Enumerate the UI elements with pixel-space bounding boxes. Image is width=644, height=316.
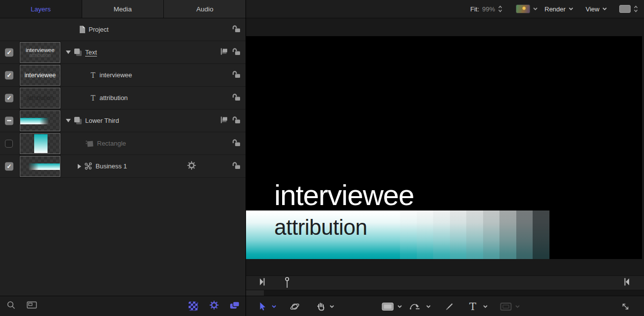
- canvas-toolbar-bottom: [246, 296, 644, 316]
- layer-thumbnail: attribution: [20, 88, 60, 108]
- thumb-text: attribution: [20, 88, 60, 108]
- canvas[interactable]: interviewee attribution: [246, 36, 642, 259]
- lock-open-icon[interactable]: [231, 115, 241, 126]
- gear-icon[interactable]: [187, 161, 196, 172]
- expand-resize-icon[interactable]: [621, 302, 630, 311]
- chevron-down-icon: [533, 7, 538, 10]
- layer-label: attribution: [99, 94, 128, 102]
- activation-checkbox[interactable]: [5, 162, 13, 170]
- mini-timeline[interactable]: [246, 275, 644, 290]
- timeline-zoom-handle[interactable]: [246, 290, 264, 296]
- canvas-attribution-text[interactable]: attribution: [274, 216, 367, 239]
- layer-label: Lower Third: [85, 117, 119, 124]
- canvas-headline-text[interactable]: interviewee: [274, 181, 414, 210]
- view-label: View: [586, 5, 599, 13]
- activation-checkbox[interactable]: [5, 71, 13, 79]
- layout-stepper-control[interactable]: [619, 0, 638, 18]
- shape-icon: [85, 139, 94, 148]
- lock-open-icon[interactable]: [231, 24, 241, 35]
- render-menu[interactable]: Render: [545, 0, 573, 18]
- color-channel-swatch-icon: [516, 4, 530, 13]
- thumb-text-line1: interviewee: [26, 47, 54, 53]
- play-range-out-marker[interactable]: [624, 277, 629, 288]
- pan-hand-tool[interactable]: [315, 301, 326, 312]
- transparency-checker-toggle[interactable]: [189, 302, 198, 311]
- lock-open-icon[interactable]: [231, 70, 241, 80]
- layer-thumbnail: [20, 156, 60, 177]
- tab-layers[interactable]: Layers: [0, 0, 82, 18]
- layers-panel: Layers Media Audio Project: [0, 0, 246, 316]
- bezier-pen-tool[interactable]: [409, 302, 421, 312]
- mask-tool-chevron-disabled: [515, 305, 520, 308]
- layer-label: Project: [89, 26, 108, 33]
- bezier-tool-chevron[interactable]: [426, 305, 431, 308]
- motion-window: Layers Media Audio Project: [0, 0, 644, 316]
- text-tool[interactable]: [469, 301, 476, 312]
- timeline-footer-strip: [246, 290, 644, 296]
- channels-menu[interactable]: [516, 0, 538, 18]
- group-icon: [74, 116, 82, 125]
- select-tool-chevron[interactable]: [272, 305, 276, 308]
- activation-checkbox[interactable]: [5, 94, 13, 102]
- layers-list: Project interviewee attribution: [0, 18, 246, 178]
- layer-thumbnail: [20, 110, 60, 131]
- canvas-toolbar: Fit: 99% Render View: [246, 0, 644, 18]
- activation-checkbox[interactable]: [5, 140, 13, 148]
- layer-row-lower-third[interactable]: Lower Third: [0, 109, 246, 132]
- view-menu[interactable]: View: [586, 0, 607, 18]
- layer-label: Business 1: [96, 162, 127, 170]
- disclosure-triangle[interactable]: [66, 119, 71, 122]
- lock-open-icon[interactable]: [231, 93, 241, 103]
- render-label: Render: [545, 5, 566, 13]
- settings-gear-icon[interactable]: [209, 301, 219, 312]
- replicator-icon: [84, 162, 93, 170]
- lower-third-banner[interactable]: attribution: [246, 211, 549, 259]
- stepper-icon[interactable]: [498, 5, 502, 13]
- panel-tabbar: Layers Media Audio: [0, 0, 246, 18]
- lock-open-icon[interactable]: [231, 47, 241, 57]
- search-icon[interactable]: [6, 301, 16, 312]
- group-icon: [74, 48, 82, 56]
- activation-checkbox[interactable]: [5, 116, 13, 125]
- layer-row-project[interactable]: Project: [0, 18, 246, 41]
- preview-column-icon[interactable]: [27, 301, 37, 312]
- layers-panel-footer: [0, 296, 246, 316]
- disclosure-triangle[interactable]: [66, 51, 71, 54]
- rectangle-tool-chevron[interactable]: [397, 305, 402, 308]
- pan-tool-chevron[interactable]: [330, 305, 334, 308]
- lock-open-icon[interactable]: [231, 138, 241, 149]
- select-tool[interactable]: [258, 302, 267, 311]
- layer-row-attribution[interactable]: attribution attribution: [0, 87, 246, 109]
- layer-row-rectangle[interactable]: Rectangle: [0, 132, 246, 155]
- rectangle-tool[interactable]: [382, 302, 394, 311]
- disclosure-triangle[interactable]: [78, 164, 81, 169]
- lock-open-icon[interactable]: [231, 161, 241, 171]
- banner-fade-stripes: [400, 211, 549, 259]
- paint-stroke-tool[interactable]: [444, 302, 454, 312]
- zoom-fit-control[interactable]: Fit: 99%: [470, 0, 502, 18]
- tab-audio[interactable]: Audio: [164, 0, 246, 18]
- layer-label: Rectangle: [97, 140, 126, 147]
- document-icon: [78, 25, 86, 34]
- thumb-text-line2: attribution: [29, 53, 51, 58]
- layer-row-business1[interactable]: Business 1: [0, 155, 246, 178]
- thumb-text: interviewee: [20, 65, 60, 85]
- group-badge-icon: [220, 115, 228, 126]
- layer-label: Text: [85, 49, 97, 56]
- text-layer-icon: [90, 71, 97, 79]
- mask-tool-disabled: [500, 302, 512, 311]
- chevron-down-icon: [602, 7, 607, 10]
- layer-row-interviewee[interactable]: interviewee interviewee: [0, 64, 246, 87]
- fit-value: 99%: [482, 5, 495, 13]
- playhead[interactable]: [285, 276, 290, 291]
- layer-thumbnail: [20, 133, 60, 154]
- layer-thumbnail: interviewee: [20, 65, 60, 86]
- layers-view-toggle-icon[interactable]: [230, 301, 240, 312]
- transform-3d-tool[interactable]: [290, 301, 300, 312]
- tab-media[interactable]: Media: [82, 0, 164, 18]
- play-range-in-marker[interactable]: [260, 277, 265, 288]
- layer-label: interviewee: [99, 71, 132, 79]
- layer-row-text-group[interactable]: interviewee attribution Text: [0, 41, 246, 64]
- text-tool-chevron[interactable]: [483, 305, 488, 308]
- activation-checkbox[interactable]: [5, 48, 13, 56]
